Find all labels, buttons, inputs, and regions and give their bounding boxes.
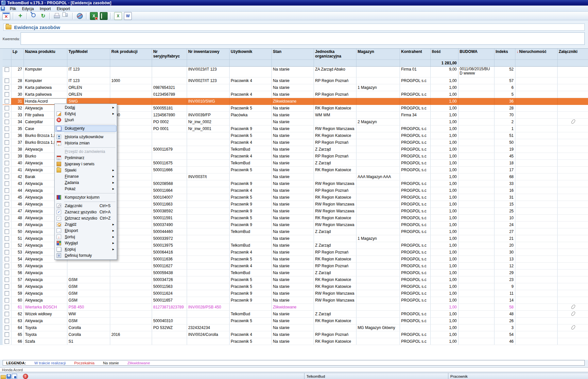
row-checkbox[interactable]	[5, 222, 9, 227]
column-header-stan[interactable]: Stan	[271, 49, 314, 60]
select-all-header[interactable]	[1, 49, 11, 60]
row-checkbox[interactable]	[5, 106, 9, 110]
row-checkbox[interactable]	[5, 154, 9, 158]
row-checkbox[interactable]	[5, 305, 9, 309]
row-checkbox[interactable]	[5, 92, 9, 97]
record-filter-bar[interactable]: Honda Acord	[0, 367, 588, 372]
column-header-uzytkownik[interactable]: Użytkownik	[229, 49, 271, 60]
row-checkbox[interactable]	[5, 202, 9, 206]
table-row[interactable]: 30Karta paliwowaORLEN0123456789Pracownik…	[1, 91, 588, 98]
row-checkbox[interactable]	[5, 284, 9, 289]
column-header-budowa[interactable]: BUDOWA	[458, 49, 494, 60]
column-header-nazwa-produktu[interactable]: Nazwa produktu	[24, 49, 67, 60]
table-row[interactable]: 27KomputerIT 123INV/0023/IT 123Na stanie…	[1, 67, 588, 77]
row-checkbox[interactable]	[5, 216, 9, 220]
row-checkbox[interactable]	[5, 339, 9, 344]
column-header-rok-produkcji[interactable]: Rok produkcji	[110, 49, 152, 60]
menu-item-zadania[interactable]: Zadania►	[55, 180, 116, 186]
row-checkbox[interactable]	[5, 133, 9, 138]
menu-item-dodaj[interactable]: Dodaj►	[55, 105, 116, 111]
attachment-paperclip-icon[interactable]	[571, 304, 576, 309]
column-header-nr-seryjny[interactable]: Nr seryjny/fabryc	[152, 49, 187, 60]
menu-item-pokaz[interactable]: Pokaż►	[55, 186, 116, 192]
column-header-ilosc[interactable]: Ilość	[430, 49, 458, 60]
row-checkbox[interactable]	[5, 195, 9, 200]
export-excel-icon[interactable]	[114, 12, 122, 20]
add-rows-icon[interactable]	[17, 12, 24, 20]
menu-item-sortuj[interactable]: Sortuj►	[55, 234, 116, 240]
table-row[interactable]: 56Aktywacja500059438TelkomBudNa stanieZ …	[1, 270, 588, 276]
query-input[interactable]	[21, 32, 585, 45]
row-checkbox[interactable]	[5, 85, 9, 90]
search-icon[interactable]	[30, 12, 38, 20]
row-checkbox[interactable]	[5, 147, 9, 152]
row-checkbox[interactable]	[5, 168, 9, 172]
print-icon[interactable]	[53, 12, 61, 20]
web-icon[interactable]	[76, 12, 83, 20]
attachment-paperclip-icon[interactable]	[571, 325, 576, 330]
table-row[interactable]: 59AktywacjaGSM500011624Pracownik 9Na sta…	[1, 290, 588, 297]
row-checkbox[interactable]	[5, 126, 9, 131]
table-row[interactable]: 62Wózek widłowyWWTelkomBudNa stanieZ Zar…	[1, 311, 588, 318]
close-view-icon[interactable]	[2, 12, 10, 20]
row-checkbox[interactable]	[5, 174, 9, 179]
menu-item-usun[interactable]: Usuń	[55, 117, 116, 123]
menu-item-zaznacz-wszystko[interactable]: Zaznacz wszystkoCtrl+A	[55, 209, 116, 215]
row-checkbox[interactable]	[5, 209, 9, 213]
menu-item-eksport[interactable]: Eksport►	[55, 228, 116, 234]
column-header-nieruchomosc[interactable]: ↓Nieruchomość	[515, 49, 557, 60]
column-header-jednostka-organizacyjna[interactable]: Jednostka organizacyjna	[314, 49, 356, 60]
row-checkbox[interactable]	[5, 236, 9, 241]
export-word-icon[interactable]	[124, 12, 132, 20]
attachment-paperclip-icon[interactable]	[571, 311, 576, 316]
row-checkbox[interactable]	[5, 140, 9, 145]
row-checkbox[interactable]	[5, 277, 9, 282]
status-folder-icon[interactable]	[1, 375, 6, 379]
menu-item-preliminarz[interactable]: Preliminarz	[55, 155, 116, 161]
column-header-nr-inwentarzowy[interactable]: Nr inwentarzowy	[187, 49, 229, 60]
row-checkbox[interactable]	[5, 291, 9, 296]
row-checkbox[interactable]	[5, 67, 9, 72]
menu-item-dokumenty[interactable]: Dokumenty	[55, 125, 116, 132]
column-header-zalaczniki[interactable]: Załączniki	[557, 49, 588, 60]
menu-item-zalaczniki[interactable]: ZałącznikiCtrl+S	[55, 203, 116, 209]
menu-item-stawki[interactable]: Stawki►	[55, 167, 116, 173]
table-row[interactable]: 55Aktywacja500011627Pracownik 4Na stanie…	[1, 263, 588, 270]
table-row[interactable]: 61Wiertarka BOSCHPSB 45081273871823789IN…	[1, 304, 588, 311]
table-row[interactable]: 29Karta paliwowaORLEN0987654321Na stanie…	[1, 84, 588, 91]
column-header-lp[interactable]: Lp	[11, 49, 24, 60]
column-header-indeks[interactable]: Indeks	[494, 49, 515, 60]
column-header-magazyn[interactable]: Magazyn	[356, 49, 400, 60]
column-header-typ-model[interactable]: Typ/Model	[67, 49, 110, 60]
menu-item-wyglad[interactable]: Wygląd►	[55, 240, 116, 246]
row-checkbox[interactable]	[5, 312, 9, 316]
row-checkbox[interactable]	[5, 181, 9, 186]
status-alert-icon[interactable]	[23, 374, 28, 379]
table-row[interactable]: 60AktywacjaGSM500011657Pracownik 9Na sta…	[1, 297, 588, 304]
table-row[interactable]: 66SzafaS1Pracownik 5Na stanieRK Region K…	[1, 338, 588, 345]
row-checkbox[interactable]	[5, 113, 9, 117]
menu-item-znajdz[interactable]: Znajdź►	[55, 222, 116, 228]
row-checkbox[interactable]	[5, 250, 9, 255]
row-checkbox[interactable]	[5, 99, 9, 104]
table-row[interactable]: 58AktywacjaGSM500011563Pracownik 5Na sta…	[1, 283, 588, 290]
table-row[interactable]: 64ToyotaCorollaPO 532WZ2324324234Na stan…	[1, 324, 588, 331]
menu-item-kopiuj[interactable]: Kopiuj►	[55, 246, 116, 253]
refresh-icon[interactable]	[40, 12, 47, 20]
table-row[interactable]: 57AktywacjaGSM500034726Pracownik 5Na sta…	[1, 276, 588, 283]
menu-item-historia-uzytkownikow[interactable]: Historia użytkowników	[55, 134, 116, 140]
row-checkbox[interactable]	[5, 319, 9, 323]
column-header-kontrahent[interactable]: Kontrahent	[400, 49, 430, 60]
row-checkbox[interactable]	[5, 78, 9, 83]
row-checkbox[interactable]	[5, 120, 9, 124]
menubar-item-eksport[interactable]: Eksport	[54, 6, 73, 11]
menubar-item-plik[interactable]: Plik	[7, 6, 19, 11]
row-checkbox[interactable]	[5, 298, 9, 303]
menu-item-naprawy-i-serwis[interactable]: Naprawy i serwis	[55, 161, 116, 167]
status-window-icon[interactable]	[12, 374, 17, 379]
table-row[interactable]: 65ToyotaCorolla2016INV/0024/CorollaPraco…	[1, 331, 588, 338]
table-row[interactable]: 63AktywacjaGSM500040310Pracownik 5Na sta…	[1, 318, 588, 324]
row-checkbox[interactable]	[5, 243, 9, 248]
row-checkbox[interactable]	[5, 161, 9, 165]
print-preview-icon[interactable]	[62, 12, 70, 20]
